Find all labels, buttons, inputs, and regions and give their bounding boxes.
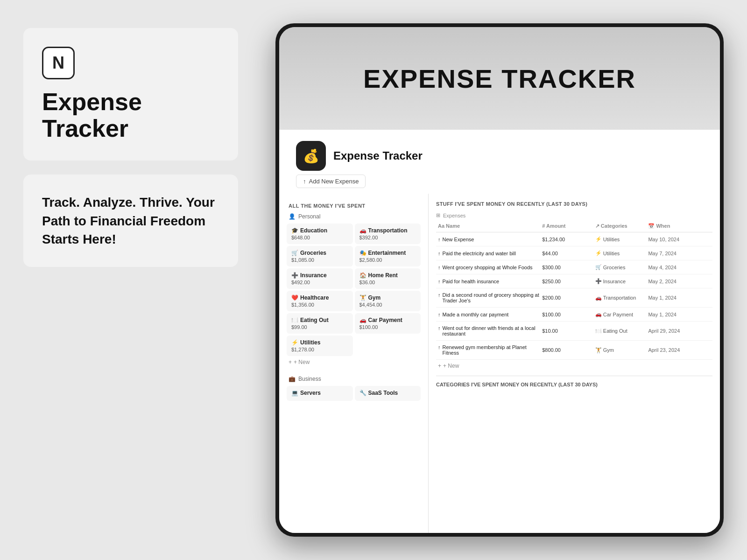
list-item: 🛒 Groceries $1,085.00 <box>287 246 353 266</box>
table-row: ↑ Did a second round of grocery shopping… <box>436 288 712 308</box>
list-item: 🔧 SaaS Tools <box>355 386 421 401</box>
list-item: 🏠 Home Rent $36.00 <box>355 268 421 289</box>
add-expense-button[interactable]: ↑ Add New Expense <box>296 175 366 188</box>
right-column: STUFF I'VE SPENT MONEY ON RECENTLY (LAST… <box>429 194 720 533</box>
two-col-layout: ALL THE MONEY I'VE SPENT 👤 Personal 🎓 Ed… <box>279 194 720 533</box>
notion-header: EXPENSE TRACKER <box>279 27 720 130</box>
header-title: EXPENSE TRACKER <box>363 63 636 94</box>
notion-card: N Expense Tracker <box>23 28 238 161</box>
categories-bottom-section: CATEGORIES I'VE SPENT MONEY ON RECENTLY … <box>436 376 712 389</box>
tagline-text: Track. Analyze. Thrive. Your Path to Fin… <box>42 193 219 248</box>
notion-logo-icon: N <box>42 47 75 79</box>
list-item: 🚗 Transportation $392.00 <box>355 224 421 244</box>
app-section: 💰 Expense Tracker ↑ Add New Expense <box>279 130 720 194</box>
table-header: Aa Name # Amount ↗ Categories 📅 When <box>436 220 712 232</box>
personal-label: 👤 Personal <box>287 211 421 222</box>
list-item: 💻 Servers <box>287 386 353 401</box>
plus-icon: + <box>438 363 441 369</box>
tablet-frame: EXPENSE TRACKER 💰 Expense Tracker ↑ Add … <box>275 23 724 537</box>
table-row: ↑ Went grocery shopping at Whole Foods $… <box>436 260 712 274</box>
recent-section-title: STUFF I'VE SPENT MONEY ON RECENTLY (LAST… <box>436 199 712 210</box>
left-column: ALL THE MONEY I'VE SPENT 👤 Personal 🎓 Ed… <box>279 194 429 533</box>
list-item: 🎓 Education $648.00 <box>287 224 353 244</box>
add-new-row-button[interactable]: + + New <box>436 360 712 372</box>
categories-bottom-title: CATEGORIES I'VE SPENT MONEY ON RECENTLY … <box>436 380 712 389</box>
app-name: Expense Tracker <box>333 149 423 162</box>
add-icon: ↑ <box>303 178 306 185</box>
left-section-header: ALL THE MONEY I'VE SPENT <box>287 199 421 211</box>
tagline-card: Track. Analyze. Thrive. Your Path to Fin… <box>23 175 238 267</box>
table-row: ↑ Went out for dinner with friends at a … <box>436 322 712 341</box>
list-item: 🍽️ Eating Out $99.00 <box>287 313 353 334</box>
plus-icon: + <box>289 359 292 365</box>
table-row: ↑ Made a monthly car payment $100.00 🚗 C… <box>436 308 712 322</box>
col-categories-header: ↗ Categories <box>595 223 647 229</box>
table-row: ↑ New Expense $1,234.00 ⚡ Utilities May … <box>436 232 712 246</box>
expenses-sublabel: ⊞ Expenses <box>436 210 712 220</box>
table-row: ↑ Paid for health insurance $250.00 ➕ In… <box>436 274 712 288</box>
add-new-button[interactable]: + + New <box>287 356 421 368</box>
list-item: 🏋️ Gym $4,454.00 <box>355 291 421 311</box>
app-title: Expense Tracker <box>42 89 219 142</box>
business-category-grid: 💻 Servers 🔧 SaaS Tools <box>287 386 421 401</box>
app-icon: 💰 <box>296 141 326 171</box>
expenses-icon: ⊞ <box>436 212 440 218</box>
list-item: ❤️ Healthcare $1,356.00 <box>287 291 353 311</box>
tablet-screen: EXPENSE TRACKER 💰 Expense Tracker ↑ Add … <box>279 27 720 533</box>
category-grid: 🎓 Education $648.00 🚗 Transportation $39… <box>287 224 421 356</box>
list-item: 🚗 Car Payment $100.00 <box>355 313 421 334</box>
list-item: 🎭 Entertainment $2,580.00 <box>355 246 421 266</box>
person-icon: 👤 <box>289 213 296 220</box>
right-panel: EXPENSE TRACKER 💰 Expense Tracker ↑ Add … <box>261 0 747 560</box>
business-section: 💼 Business 💻 Servers 🔧 SaaS Tools <box>287 374 421 401</box>
col-when-header: 📅 When <box>648 223 699 229</box>
business-label: 💼 Business <box>287 374 421 384</box>
personal-section: 👤 Personal 🎓 Education $648.00 🚗 Transpo… <box>287 211 421 368</box>
table-row: ↑ Paid the electricity and water bill $4… <box>436 246 712 260</box>
notion-content: 💰 Expense Tracker ↑ Add New Expense ALL … <box>279 130 720 533</box>
list-item: ➕ Insurance $492.00 <box>287 268 353 289</box>
col-name-header: Aa Name <box>438 223 540 229</box>
left-panel: N Expense Tracker Track. Analyze. Thrive… <box>0 0 261 560</box>
list-item: ⚡ Utilities $1,278.00 <box>287 336 353 356</box>
col-amount-header: # Amount <box>542 223 593 229</box>
business-icon: 💼 <box>289 376 296 382</box>
add-expense-label: Add New Expense <box>309 178 359 185</box>
table-row: ↑ Renewed gym membership at Planet Fitne… <box>436 341 712 360</box>
app-icon-row: 💰 Expense Tracker <box>296 141 703 171</box>
